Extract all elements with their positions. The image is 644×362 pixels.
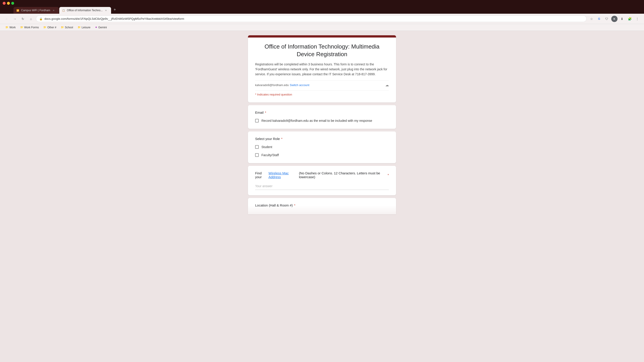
wireless-mac-address-link[interactable]: Wireless Mac Address [268,171,298,179]
role-faculty-row: Faculty/Staff [255,152,389,158]
mac-label-suffix: (No Dashes or Colons. 12 Characters. Let… [299,171,386,179]
account-email-block: kalvarado9@fordham.edu Switch account [255,83,310,87]
location-label: Location (Hall & Room #) [255,203,293,207]
nav-toolbar: ← → ↻ ⌂ 🔒 docs.google.com/forms/d/e/1FAl… [0,14,644,24]
bookmark-gemini[interactable]: ✦ Gemini [93,25,108,30]
email-checkbox-label[interactable]: Record kalvarado9@fordham.edu as the ema… [262,119,372,122]
tab-close-google-forms[interactable]: ✕ [104,9,108,12]
tab-favicon-google-forms: 📋 [62,9,65,12]
role-section-card: Select your Role * Student Faculty/Staff [248,131,396,163]
email-checkbox-row: Record kalvarado9@fordham.edu as the ema… [255,118,389,123]
tab-close-campus-wifi[interactable]: ✕ [52,9,55,12]
tab-favicon-campus-wifi: 📶 [16,9,19,12]
traffic-lights [3,2,14,5]
required-note: * Indicates required question [255,90,389,97]
bookmark-other-label: Other # [47,26,56,29]
account-info: kalvarado9@fordham.edu Switch account ☁ [255,80,389,89]
cloud-save-icon: ☁ [385,83,389,87]
extension-icon-2[interactable]: 🛡 [604,16,610,22]
role-student-row: Student [255,144,389,150]
bookmark-school-label: School [65,26,73,29]
bookmark-school[interactable]: 📁 School [59,25,75,30]
avatar-icon[interactable]: K [611,16,618,22]
bookmark-other[interactable]: 📁 Other # [42,25,58,30]
new-tab-button[interactable]: + [112,7,118,13]
student-checkbox[interactable] [255,145,259,149]
folder-icon: 📁 [6,26,8,29]
download-icon[interactable]: ⬇ [619,16,625,22]
bookmarks-bar: 📁 Work 📁 Work Forms 📁 Other # 📁 School 📁… [0,24,644,31]
mac-label-prefix: Find your [255,171,268,179]
location-required-star: * [294,203,296,207]
form-header-accent [248,35,396,38]
bookmark-work-label: Work [10,26,16,29]
email-section-card: Email * Record kalvarado9@fordham.edu as… [248,105,396,129]
mac-input-wrapper [255,183,389,190]
bookmark-gemini-label: Gemini [98,26,107,29]
email-required-star: * [265,111,266,114]
browser-chrome: 📶 Campus WiFi | Fordham ✕ 📋 Office of In… [0,0,644,31]
tab-title-google-forms: Office of Information Techno... [67,9,103,12]
home-button[interactable]: ⌂ [28,16,34,22]
tab-campus-wifi[interactable]: 📶 Campus WiFi | Fordham ✕ [14,7,59,14]
address-text: docs.google.com/forms/d/e/1FAlpQLSdC8zQj… [44,17,583,21]
bookmark-work-forms[interactable]: 📁 Work Forms [18,25,40,30]
page-content: Office of Information Technology: Multim… [0,31,644,362]
address-bar[interactable]: 🔒 docs.google.com/forms/d/e/1FAlpQLSdC8z… [36,16,586,22]
maximize-button[interactable] [11,2,14,5]
bookmark-star-icon[interactable]: ☆ [588,16,595,22]
bookmark-work-forms-label: Work Forms [24,26,39,29]
tab-google-forms[interactable]: 📋 Office of Information Techno... ✕ [59,7,111,14]
forward-button[interactable]: → [12,16,18,22]
faculty-checkbox[interactable] [255,153,259,157]
close-button[interactable] [3,2,6,5]
location-section-card: Location (Hall & Room #) * [248,198,396,214]
folder-icon: 📁 [43,26,46,29]
switch-account-link[interactable]: Switch account [290,83,309,87]
student-label[interactable]: Student [262,145,272,149]
back-button[interactable]: ← [4,16,10,22]
account-email-text: kalvarado9@fordham.edu [255,83,289,87]
extension-icon-1[interactable]: G [596,16,602,22]
faculty-label[interactable]: Faculty/Staff [262,153,279,157]
folder-icon: 📁 [61,26,64,29]
menu-icon[interactable]: ⋮ [634,16,640,22]
email-checkbox[interactable] [255,119,259,122]
bookmark-leisure-label: Leisure [82,26,90,29]
form-header-body: Office of Information Technology: Multim… [248,38,396,102]
mac-field-label: Find your Wireless Mac Address (No Dashe… [255,171,389,179]
title-bar [0,0,644,7]
email-field-label: Email * [255,111,389,114]
folder-icon: 📁 [78,26,81,29]
tabs-bar: 📶 Campus WiFi | Fordham ✕ 📋 Office of In… [0,7,644,14]
form-title: Office of Information Technology: Multim… [255,43,389,58]
mac-address-input[interactable] [255,183,389,190]
lock-icon: 🔒 [39,17,43,21]
reload-button[interactable]: ↻ [20,16,26,22]
mac-required-star: * [388,173,389,177]
mac-section-card: Find your Wireless Mac Address (No Dashe… [248,166,396,195]
role-field-label: Select your Role * [255,137,389,141]
form-wrapper: Office of Information Technology: Multim… [248,35,396,214]
bookmark-work[interactable]: 📁 Work [4,25,18,30]
extensions-icon[interactable]: 🧩 [626,16,633,22]
gemini-star-icon: ✦ [95,26,98,29]
role-required-star: * [281,137,282,141]
tab-title-campus-wifi: Campus WiFi | Fordham [21,9,50,12]
bookmark-leisure[interactable]: 📁 Leisure [76,25,92,30]
form-header-card: Office of Information Technology: Multim… [248,35,396,102]
location-field-label: Location (Hall & Room #) * [255,203,389,207]
minimize-button[interactable] [7,2,10,5]
form-description: Registrations will be completed within 3… [255,62,389,77]
folder-icon: 📁 [20,26,23,29]
toolbar-actions: ☆ G 🛡 K ⬇ 🧩 ⋮ [588,16,640,22]
